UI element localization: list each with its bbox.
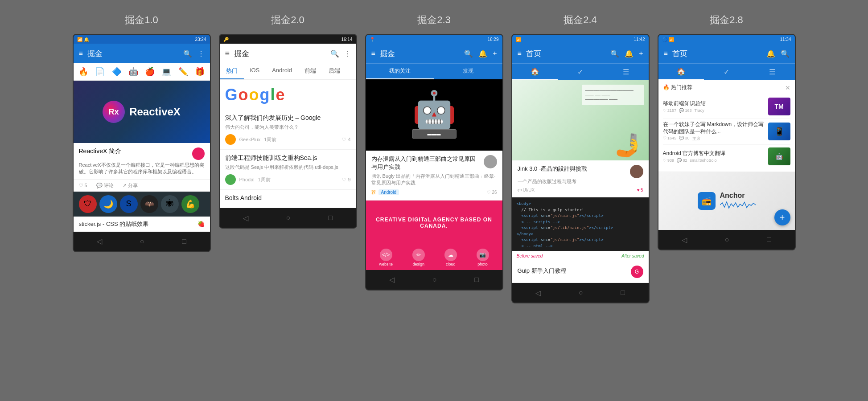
p5-tab-check[interactable]: ✓ xyxy=(704,64,749,80)
p2-article3[interactable]: Bolts Android xyxy=(220,190,356,208)
p4-tab-home[interactable]: 🏠 xyxy=(512,64,558,80)
sticker-hulk: 💪 xyxy=(181,195,199,213)
p3-icon-website-label: website xyxy=(379,262,393,266)
p4-tab-list[interactable]: ☰ xyxy=(603,64,649,80)
google-article[interactable]: Google xyxy=(220,80,356,110)
sticker-moon: 🌙 xyxy=(99,195,117,213)
p1-article1-title[interactable]: ReactiveX 简介 xyxy=(74,143,210,162)
p4-add-icon[interactable]: + xyxy=(639,49,643,57)
p3-icon-photo-label: photo xyxy=(477,262,488,266)
recents-btn-5[interactable]: □ xyxy=(767,236,771,244)
phone-column-5: 掘金2.8 🔵 📶 11:34 ≡ 首页 🔔 🔍 🏠 xyxy=(658,13,796,250)
recents-btn-2[interactable]: □ xyxy=(328,214,333,222)
search-icon[interactable]: 🔍 xyxy=(183,49,192,58)
phone-frame-2: 🔑 16:14 ≡ 掘金 🔍 ⋮ 热门 iOS Android 前端 xyxy=(219,34,357,229)
cat-code[interactable]: 💻 xyxy=(161,67,171,77)
p2-menu-icon[interactable]: ≡ xyxy=(225,49,230,58)
p3-menu-icon[interactable]: ≡ xyxy=(371,49,375,57)
p5-tab-home[interactable]: 🏠 xyxy=(658,64,704,80)
p2-tab-ios[interactable]: iOS xyxy=(244,63,266,79)
home-btn-2[interactable]: ○ xyxy=(286,214,291,222)
p3-tab-follow[interactable]: 我的关注 xyxy=(366,64,434,79)
menu-icon[interactable]: ≡ xyxy=(79,49,83,57)
cat-edit[interactable]: ✏️ xyxy=(178,67,188,77)
cat-gift[interactable]: 🎁 xyxy=(195,67,205,77)
p5-search-icon[interactable]: 🔍 xyxy=(781,49,790,58)
p1-like-action[interactable]: ♡ 5 xyxy=(79,182,87,189)
p5-item1-likes: ♡ 2157 xyxy=(663,108,677,113)
p5-fab[interactable]: + xyxy=(774,209,790,225)
p5-item3-comments: 💬 82 xyxy=(677,158,687,163)
p3-icon-photo[interactable]: 📷 photo xyxy=(477,249,489,266)
p2-tab-android[interactable]: Android xyxy=(266,63,298,79)
p1-share-action[interactable]: ↗ 分享 xyxy=(123,182,138,189)
p4-tab-check[interactable]: ✓ xyxy=(558,64,603,80)
app-bar-1: ≡ 掘金 🔍 ⋮ xyxy=(74,44,210,63)
back-btn-5[interactable]: ◁ xyxy=(682,236,687,244)
more-icon[interactable]: ⋮ xyxy=(197,49,205,58)
p2-article2[interactable]: 前端工程师技能训练之重构Sea.js 这段代码是 Seajs 中用来解析依赖的代… xyxy=(220,150,356,190)
p3-search-icon[interactable]: 🔍 xyxy=(464,49,473,58)
recents-btn[interactable]: □ xyxy=(182,237,186,246)
recents-btn-3[interactable]: □ xyxy=(474,276,479,284)
p3-icon-design-label: design xyxy=(413,262,425,266)
p2-appbar-inner: ≡ 掘金 🔍 ⋮ xyxy=(220,44,356,63)
p2-tab-backend[interactable]: 后端 xyxy=(322,63,346,79)
p1-article2-title[interactable]: sticker.js - CSS 的贴纸效果 🍓 xyxy=(74,217,210,232)
p5-bell-icon[interactable]: 🔔 xyxy=(766,49,775,58)
p2-tab-frontend[interactable]: 前端 xyxy=(298,63,322,79)
cat-doc[interactable]: 📄 xyxy=(95,67,105,77)
p5-rec-close[interactable]: ✕ xyxy=(785,84,790,91)
p3-article1-avatar xyxy=(484,155,497,168)
p4-article1[interactable]: Jink 3.0 -產品的設計與挑戰 一个产品的改版过程与思考 🏷 UI/UX … xyxy=(512,160,649,197)
home-btn[interactable]: ○ xyxy=(140,237,144,246)
sticker-batman: 🦇 xyxy=(140,195,158,213)
back-btn-4[interactable]: ◁ xyxy=(535,289,541,297)
p4-gulp-article[interactable]: Gulp 新手入门教程 G xyxy=(512,261,649,283)
status-bar-4: 📶 11:42 xyxy=(512,35,649,44)
p5-rec-item-1[interactable]: 移动前端知识总结 ♡ 2157 💬 163 Tracy TM xyxy=(663,95,790,119)
p5-rec-item-3[interactable]: Android 官方博客中文翻译 ♡ 939 💬 82 smallSohoSol… xyxy=(663,145,790,168)
p4-gulp-icon: G xyxy=(631,266,643,278)
p3-article1[interactable]: 内存泄露从入门到精通三部曲之常见原因与用户实践 腾讯 Bugly 出品的「内存泄… xyxy=(366,151,502,200)
p2-search-icon[interactable]: 🔍 xyxy=(330,49,339,58)
home-btn-3[interactable]: ○ xyxy=(432,276,437,284)
home-btn-5[interactable]: ○ xyxy=(725,236,729,244)
p3-icon-cloud[interactable]: ☁ cloud xyxy=(444,249,457,266)
recents-btn-4[interactable]: □ xyxy=(621,289,625,297)
p5-tab-list[interactable]: ☰ xyxy=(749,64,795,80)
cat-android[interactable]: 🤖 xyxy=(128,67,138,77)
signal-icon: 📶 xyxy=(77,37,82,42)
p3-icon-row: </> website ✏ design ☁ cloud 📷 photo xyxy=(366,245,502,270)
p2-article3-title: Bolts Android xyxy=(225,194,351,201)
back-btn-3[interactable]: ◁ xyxy=(389,275,395,284)
p4-search-icon[interactable]: 🔍 xyxy=(610,49,619,58)
p1-comment-action[interactable]: 💬 评论 xyxy=(96,182,114,189)
p3-add-icon[interactable]: + xyxy=(493,49,497,57)
p4-article1-desc: 一个产品的改版过程与思考 xyxy=(518,178,643,185)
back-btn[interactable]: ◁ xyxy=(97,237,102,246)
sticker-superman: S xyxy=(120,195,138,213)
comment-label: 评论 xyxy=(104,182,114,189)
p5-menu-icon[interactable]: ≡ xyxy=(664,49,668,57)
p5-rec-item3-content: Android 官方博客中文翻译 ♡ 939 💬 82 smallSohoSol… xyxy=(663,150,765,163)
p4-menu-icon[interactable]: ≡ xyxy=(518,49,522,57)
p3-tab-discover[interactable]: 发现 xyxy=(434,64,502,79)
p2-article1[interactable]: 深入了解我们的发展历史 – Google 伟大的公司，能为人类带来什么？ Gee… xyxy=(220,110,356,150)
p3-icon-website[interactable]: </> website xyxy=(379,249,393,266)
p2-article2-author: Phodal xyxy=(239,177,255,182)
cat-fire[interactable]: 🔥 xyxy=(78,67,88,77)
p4-tag-text: UI/UX xyxy=(523,188,535,192)
cat-html[interactable]: 🔷 xyxy=(112,67,122,77)
p3-icon-design[interactable]: ✏ design xyxy=(412,249,425,266)
p4-bell-icon[interactable]: 🔔 xyxy=(625,49,634,58)
p5-rec-item-2[interactable]: 在一个软妹子会写 Markdown，设计师会写代码的团队是一种什么... ♡ 1… xyxy=(663,119,790,145)
p3-bell-icon[interactable]: 🔔 xyxy=(478,49,487,58)
version-label-3: 掘金2.3 xyxy=(417,13,451,27)
cat-apple[interactable]: 🍎 xyxy=(145,67,155,77)
p2-tab-hot[interactable]: 热门 xyxy=(220,63,244,79)
p5-item3-likes: ♡ 939 xyxy=(663,158,675,163)
p2-more-icon[interactable]: ⋮ xyxy=(344,49,351,58)
home-btn-4[interactable]: ○ xyxy=(579,289,583,297)
back-btn-2[interactable]: ◁ xyxy=(243,214,248,222)
